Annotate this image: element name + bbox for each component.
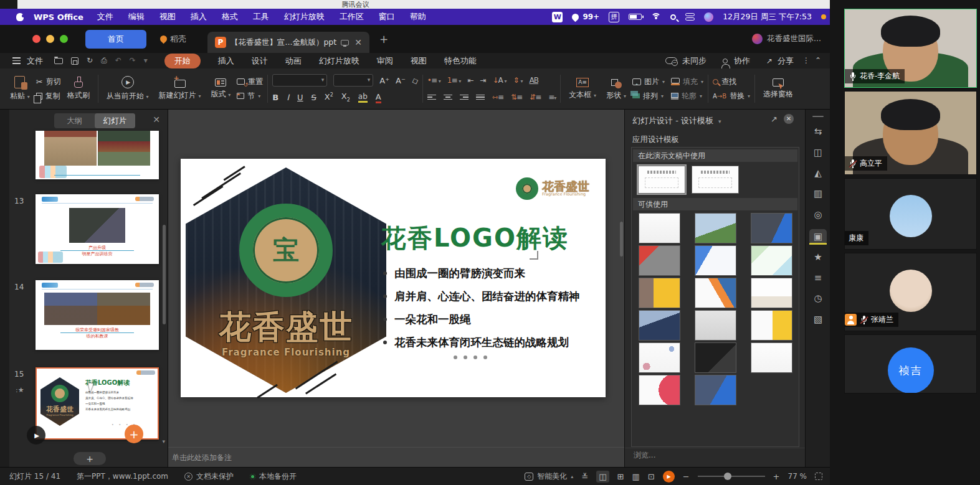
textbox-button[interactable]: A≡ 文本框 ▾ [565, 77, 600, 101]
notes-placeholder[interactable]: 单击此处添加备注 [168, 447, 624, 467]
chart-tool-icon[interactable]: ▥ [806, 188, 830, 199]
save-icon[interactable] [71, 57, 78, 65]
design-panel-title[interactable]: 幻灯片设计 - 设计模板▾ [632, 115, 721, 126]
panel-expand-icon[interactable]: ↗ [771, 115, 778, 124]
normal-view-icon[interactable]: ◫ [596, 471, 609, 483]
sync-icon[interactable]: ↻ [87, 56, 93, 65]
picture-button[interactable]: 图片 ▾ [632, 77, 665, 87]
close-window-button[interactable] [32, 35, 40, 43]
battery-icon[interactable] [629, 14, 642, 20]
template-thumbnail[interactable] [751, 278, 792, 308]
slide-title[interactable]: 花香LOGO解读 [381, 221, 569, 255]
bullet-item[interactable]: 由围成一圈的臂膀演变而来 [383, 261, 580, 285]
ribbon-tab[interactable]: 特色功能 [444, 55, 477, 67]
arrange-button[interactable]: 排列 ▾ [632, 91, 665, 101]
layout-button[interactable]: 版式 ▾ [207, 77, 234, 101]
reading-view-icon[interactable]: ▥ [632, 472, 639, 481]
slideshow-view-icon[interactable]: ⊡ [648, 472, 655, 481]
menubar-item[interactable]: 幻灯片放映 [284, 11, 325, 22]
column-spacing-button[interactable]: ⇅≡ [511, 93, 522, 101]
participant-tile[interactable]: 祯吉 祯吉 [844, 334, 977, 393]
align-center-button[interactable] [444, 95, 452, 100]
slide-play-overlay-button[interactable]: ▶ [27, 426, 45, 445]
sync-status-label[interactable]: 未同步 [682, 55, 706, 67]
zoom-out-icon[interactable]: − [683, 472, 690, 481]
control-center-icon[interactable] [685, 13, 695, 21]
notification-pin-icon[interactable] [571, 12, 581, 22]
slide-add-overlay-button[interactable]: + [125, 425, 143, 443]
undo-icon[interactable]: ↶ [115, 56, 121, 65]
paste-button[interactable]: 粘贴 ▾ [6, 75, 34, 103]
menubar-item[interactable]: 编辑 [128, 11, 145, 22]
maximize-window-button[interactable] [60, 35, 68, 43]
template-thumbnail[interactable] [695, 213, 736, 243]
sidebar-scroll-down-icon[interactable]: ▾ [162, 438, 165, 445]
settings-tool-icon[interactable]: ≡ [806, 272, 830, 283]
copy-button[interactable]: 复制 [36, 91, 61, 101]
template-thumbnail[interactable] [751, 213, 792, 243]
italic-button[interactable]: I [287, 93, 289, 102]
canvas-scrollbar[interactable] [620, 222, 623, 257]
siri-icon[interactable] [704, 12, 713, 22]
ribbon-tab[interactable]: 视图 [411, 55, 427, 67]
input-method-icon[interactable]: 拼 [609, 12, 619, 22]
menubar-item[interactable]: 插入 [191, 11, 207, 22]
cut-button[interactable]: ✂剪切 [36, 77, 61, 87]
protection-status[interactable]: ✕ 文档未保护 [184, 471, 234, 482]
distribute-button[interactable]: ⇿≡ [492, 93, 503, 101]
shapes-tool-icon[interactable]: ◫ [806, 147, 830, 158]
word-status-icon[interactable]: W [552, 12, 563, 22]
menubar-item[interactable]: 窗口 [379, 11, 395, 22]
ribbon-tab[interactable]: 审阅 [377, 55, 393, 67]
template-thumbnail[interactable] [695, 342, 736, 373]
menubar-item[interactable]: 工具 [253, 11, 269, 22]
design-templates-icon[interactable]: ▣ [809, 229, 827, 244]
ribbon-tab[interactable]: 动画 [285, 55, 302, 67]
redo-icon[interactable]: ↷ [130, 56, 136, 65]
tab-slides[interactable]: 幻灯片 [95, 113, 135, 128]
share-icon[interactable]: ↗ [766, 57, 773, 65]
new-slide-button[interactable]: 新建幻灯片 ▾ [155, 75, 205, 102]
justify-button[interactable] [476, 95, 485, 100]
participant-tile[interactable]: 高立平 [844, 91, 977, 175]
ribbon-tab[interactable]: 设计 [252, 55, 268, 67]
ribbon-tab[interactable]: 插入 [218, 55, 234, 67]
more-options-icon[interactable]: ⋮ [802, 56, 810, 65]
font-size-select[interactable] [333, 74, 373, 87]
play-slideshow-button[interactable]: ▶ [663, 471, 675, 483]
sidebar-scrollbar[interactable] [163, 225, 166, 324]
zoom-slider[interactable] [698, 476, 765, 477]
history-tool-icon[interactable]: ◷ [806, 293, 830, 304]
menubar-item[interactable]: 格式 [222, 11, 238, 22]
template-thumbnail[interactable] [639, 245, 680, 276]
template-thumbnail[interactable] [751, 342, 792, 373]
ribbon-tab[interactable]: 开始 [164, 54, 201, 68]
template-thumbnail[interactable] [695, 278, 736, 308]
file-menu[interactable]: 文件 [27, 55, 43, 67]
replace-button[interactable]: A→B替换 ▾ [713, 91, 750, 101]
bullet-item[interactable]: 肩并肩、心连心、团结奋进的体育精神 [383, 285, 580, 308]
increase-indent-button[interactable]: ⇥ [480, 76, 485, 85]
menubar-datetime[interactable]: 12月29日 周三 下午7:53 [723, 12, 812, 22]
bullet-item[interactable]: 花香未来体育闭环生态链的战略规划 [383, 331, 580, 354]
beautify-button[interactable]: ◇ 智能美化 ▴ [525, 471, 573, 482]
slide-thumbnail-13[interactable]: 产品升级 明星产品训练营 [36, 194, 159, 264]
text-direction-button[interactable]: ↓A ▾ [492, 76, 506, 85]
menubar-item[interactable]: 文件 [97, 11, 113, 22]
effects-tool-icon[interactable]: ★ [806, 252, 830, 263]
bullets-button[interactable]: •≡ ▾ [427, 76, 440, 85]
character-spacing-button[interactable]: AB [529, 76, 538, 85]
sync-status-icon[interactable] [665, 57, 677, 64]
tab-home[interactable]: 首页 [85, 30, 146, 49]
collaborate-label[interactable]: 协作 [734, 55, 750, 67]
template-thumbnail[interactable] [639, 342, 680, 373]
used-template-selected[interactable] [638, 166, 685, 194]
minimize-window-button[interactable] [46, 35, 54, 43]
underline-button[interactable]: U [297, 93, 303, 102]
align-right-button[interactable] [460, 95, 469, 100]
shapes-button[interactable]: 形状 ▾ [602, 76, 630, 102]
decrease-indent-button[interactable]: ⇤ [467, 76, 473, 85]
find-button[interactable]: 查找 [713, 77, 750, 87]
badge-tool-icon[interactable]: ◎ [806, 209, 830, 220]
tab-outline[interactable]: 大纲 [54, 113, 95, 128]
